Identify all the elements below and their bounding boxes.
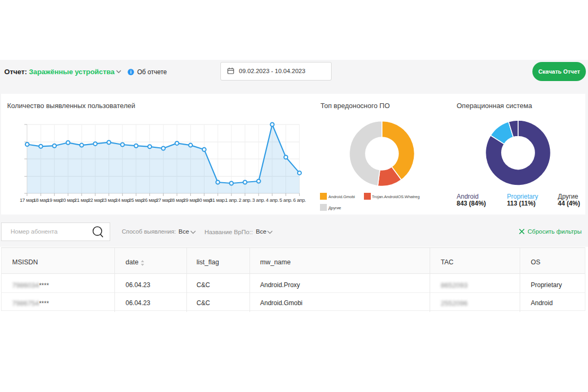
svg-text:19 мар: 19 мар — [47, 197, 62, 203]
svg-text:20 мар: 20 мар — [60, 197, 75, 203]
svg-text:18 мар: 18 мар — [33, 197, 48, 203]
svg-text:31 мар.: 31 мар. — [210, 197, 226, 203]
svg-text:25 мар: 25 мар — [129, 197, 144, 203]
svg-text:4 апр.: 4 апр. — [266, 197, 279, 203]
svg-text:17 мар: 17 мар — [20, 197, 34, 203]
svg-text:2 апр.: 2 апр. — [238, 197, 251, 203]
svg-text:Другие: Другие — [328, 206, 341, 210]
svg-text:3 апр.: 3 апр. — [252, 197, 265, 203]
svg-text:24 мар: 24 мар — [115, 197, 130, 203]
svg-text:23 мар: 23 мар — [101, 197, 116, 203]
svg-text:26 мар: 26 мар — [142, 197, 157, 203]
svg-text:21 мар: 21 мар — [74, 197, 89, 203]
svg-text:27 мар: 27 мар — [156, 197, 171, 203]
svg-text:22 мар: 22 мар — [88, 197, 103, 203]
svg-text:1 апр.: 1 апр. — [225, 197, 238, 203]
svg-text:29 мар: 29 мар — [183, 197, 198, 203]
svg-text:6 апр.: 6 апр. — [293, 197, 306, 203]
svg-text:Trojan.AndroidOS.Whatreg: Trojan.AndroidOS.Whatreg — [372, 194, 420, 199]
svg-text:28 мар: 28 мар — [170, 197, 184, 203]
svg-text:Android.Gmobi: Android.Gmobi — [328, 194, 355, 199]
svg-text:5 апр.: 5 апр. — [280, 197, 292, 203]
